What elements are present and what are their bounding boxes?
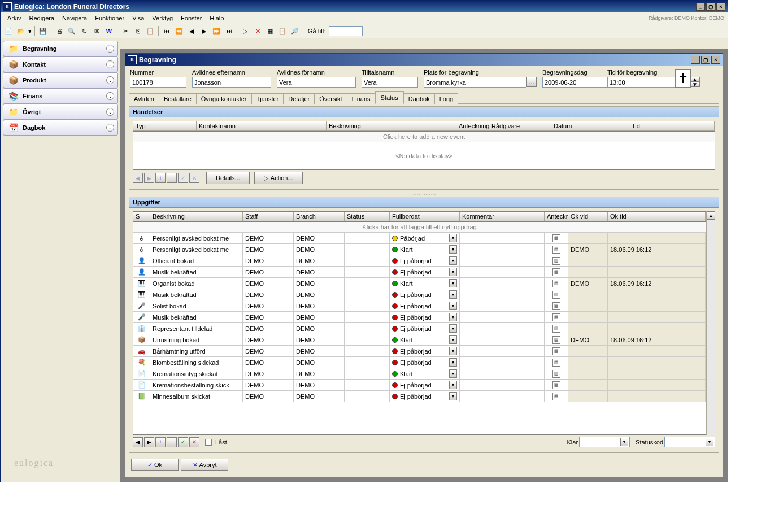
table-row[interactable]: 🕯Personligt avsked bokat meDEMODEMOKlart…: [133, 244, 706, 255]
word-icon[interactable]: W: [103, 25, 115, 37]
klar-combo[interactable]: ▼: [579, 437, 630, 447]
note-icon[interactable]: ▤: [552, 246, 560, 254]
cancel-button[interactable]: ✕Avbryt: [181, 459, 228, 471]
minimize-button[interactable]: _: [696, 3, 705, 11]
menu-navigera[interactable]: Navigera: [59, 14, 90, 23]
expand-icon[interactable]: ⌄: [106, 124, 114, 132]
upp-col-anteckning[interactable]: Anteckning: [545, 212, 568, 221]
chevron-down-icon[interactable]: ▼: [449, 268, 457, 276]
note-icon[interactable]: ▤: [552, 325, 560, 333]
chevron-down-icon[interactable]: ▼: [449, 369, 457, 378]
col-kontaktnamn[interactable]: Kontaktnamn: [197, 121, 327, 131]
plats-input[interactable]: [424, 77, 526, 88]
chevron-down-icon[interactable]: ▼: [449, 381, 457, 389]
row-fullbordat[interactable]: Ej påbörjad▼: [390, 346, 460, 356]
sidebar-item-dagbok[interactable]: 📅Dagbok⌄: [3, 120, 118, 136]
row-fullbordat[interactable]: Ej påbörjad▼: [390, 289, 460, 300]
row-anteckning[interactable]: ▤: [545, 380, 568, 390]
expand-icon[interactable]: ⌄: [106, 60, 114, 68]
table-row[interactable]: 👤Musik bekräftadDEMODEMOEj påbörjad▼▤: [133, 267, 706, 278]
last-icon[interactable]: ⏭: [223, 25, 234, 37]
menu-fönster[interactable]: Fönster: [177, 14, 205, 23]
note-icon[interactable]: ▤: [552, 280, 560, 287]
row-fullbordat[interactable]: Ej påbörjad▼: [390, 391, 460, 402]
ok-button[interactable]: ✓Ok: [131, 459, 179, 471]
mail-icon[interactable]: ✉: [91, 25, 102, 37]
col-beskrivning[interactable]: Beskrivning: [327, 121, 456, 131]
chevron-down-icon[interactable]: ▼: [449, 279, 457, 287]
preview-icon[interactable]: 🔍: [66, 25, 77, 37]
sidebar-item-kontakt[interactable]: 📦Kontakt⌄: [3, 56, 118, 72]
row-anteckning[interactable]: ▤: [545, 233, 568, 243]
upp-col-staff[interactable]: Staff: [243, 212, 294, 221]
tab-detaljer[interactable]: Detaljer: [283, 93, 315, 104]
sidebar-item-finans[interactable]: 📚Finans⌄: [3, 88, 118, 104]
upp-remove-button[interactable]: −: [167, 437, 177, 447]
action-button[interactable]: ▷Action...: [254, 172, 303, 184]
paste-icon[interactable]: 📋: [145, 25, 156, 37]
table-row[interactable]: 🎹Musik bekräftadDEMODEMOEj påbörjad▼▤: [133, 289, 706, 300]
sidebar-item-begravning[interactable]: 📁Begravning⌄: [3, 41, 118, 56]
table-row[interactable]: 📗Minnesalbum skickatDEMODEMOEj påbörjad▼…: [133, 391, 706, 402]
note-icon[interactable]: ▤: [552, 381, 560, 389]
note-icon[interactable]: ▤: [552, 268, 560, 276]
chevron-down-icon[interactable]: ▼: [449, 290, 457, 299]
upp-prev-button[interactable]: ◀: [133, 437, 143, 447]
upp-col-s[interactable]: S: [133, 212, 150, 221]
upp-next-button[interactable]: ▶: [144, 437, 154, 447]
copy-icon[interactable]: ⎘: [132, 25, 143, 37]
locked-checkbox[interactable]: [205, 439, 212, 446]
chevron-down-icon[interactable]: ▼: [449, 302, 457, 310]
sidebar-item-övrigt[interactable]: 📁Övrigt⌄: [3, 104, 118, 120]
row-anteckning[interactable]: ▤: [545, 312, 568, 322]
tab-finans[interactable]: Finans: [347, 93, 376, 104]
tid-down-icon[interactable]: ▼: [690, 82, 700, 87]
details-button[interactable]: Details...: [206, 172, 250, 184]
efternamn-input[interactable]: [192, 77, 271, 88]
note-icon[interactable]: ▤: [552, 336, 560, 344]
handelser-confirm-button[interactable]: ✓: [178, 173, 188, 183]
note-icon[interactable]: ▤: [552, 302, 560, 310]
col-tid[interactable]: Tid: [629, 121, 715, 131]
menu-verktyg[interactable]: Verktyg: [149, 14, 176, 23]
row-fullbordat[interactable]: Ej påbörjad▼: [390, 380, 460, 390]
upp-cancel-button[interactable]: ✕: [189, 437, 199, 447]
row-fullbordat[interactable]: Ej påbörjad▼: [390, 255, 460, 266]
tab-status[interactable]: Status: [375, 91, 404, 104]
prev-icon[interactable]: ◀: [186, 25, 197, 37]
table-row[interactable]: 🎤Musik bekräftadDEMODEMOEj påbörjad▼▤: [133, 312, 706, 323]
grid-icon[interactable]: ▦: [264, 25, 276, 37]
uppgifter-scrollbar[interactable]: ▲: [706, 211, 715, 435]
delete-icon[interactable]: ✕: [252, 25, 263, 37]
expand-icon[interactable]: ⌄: [106, 45, 114, 53]
search-icon[interactable]: 🔎: [289, 25, 301, 37]
prev-page-icon[interactable]: ⏪: [173, 25, 185, 37]
row-fullbordat[interactable]: Ej påbörjad▼: [390, 357, 460, 368]
handelser-remove-button[interactable]: −: [167, 173, 177, 183]
scroll-up-icon[interactable]: ▲: [707, 211, 715, 220]
expand-icon[interactable]: ⌄: [106, 92, 114, 100]
chevron-down-icon[interactable]: ▼: [449, 335, 457, 344]
first-icon[interactable]: ⏮: [161, 25, 172, 37]
note-icon[interactable]: ▤: [552, 234, 560, 242]
row-fullbordat[interactable]: Ej påbörjad▼: [390, 267, 460, 277]
menu-funktioner[interactable]: Funktioner: [92, 14, 128, 23]
statuskod-combo[interactable]: ▼: [664, 437, 715, 447]
open-dropdown-icon[interactable]: ▾: [28, 25, 32, 37]
row-anteckning[interactable]: ▤: [545, 289, 568, 300]
edit-icon[interactable]: ▷: [240, 25, 251, 37]
expand-icon[interactable]: ⌄: [106, 76, 114, 84]
table-row[interactable]: 🎹Organist bokadDEMODEMOKlart▼▤DEMO18.06.…: [133, 278, 706, 289]
goto-input[interactable]: [329, 26, 363, 36]
table-row[interactable]: 🕯Personligt avsked bokat meDEMODEMOPåbör…: [133, 233, 706, 244]
tab-tjänster[interactable]: Tjänster: [251, 93, 284, 104]
next-page-icon[interactable]: ⏩: [211, 25, 222, 37]
row-anteckning[interactable]: ▤: [545, 346, 568, 356]
row-anteckning[interactable]: ▤: [545, 334, 568, 345]
open-icon[interactable]: 📂: [15, 25, 27, 37]
tab-beställare[interactable]: Beställare: [159, 93, 197, 104]
chevron-down-icon[interactable]: ▼: [449, 313, 457, 321]
tab-logg[interactable]: Logg: [434, 93, 458, 104]
col-radgivare[interactable]: Rådgivare: [489, 121, 551, 131]
refresh-icon[interactable]: ↻: [79, 25, 90, 37]
